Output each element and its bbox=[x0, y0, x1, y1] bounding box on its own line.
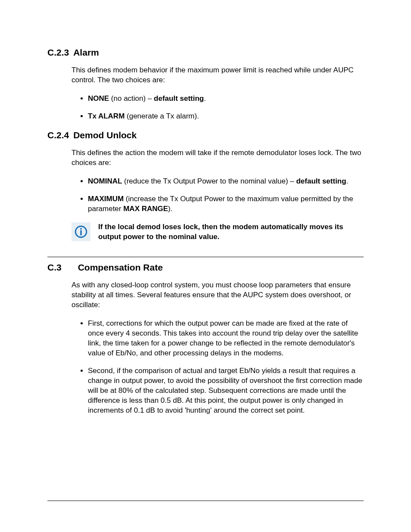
bullet-item: MAXIMUM (increase the Tx Output Power to… bbox=[88, 194, 364, 214]
note-callout: If the local demod loses lock, then the … bbox=[72, 222, 364, 242]
bullet-text: (no action) – bbox=[109, 94, 154, 103]
bullet-text: . bbox=[346, 177, 349, 185]
bullet-item: First, corrections for which the output … bbox=[88, 319, 364, 358]
bullet-text: Second, if the comparison of actual and … bbox=[88, 367, 362, 414]
svg-rect-2 bbox=[80, 230, 81, 236]
bullet-list: NOMINAL (reduce the Tx Output Power to t… bbox=[72, 177, 364, 214]
bullet-strong: MAX RANGE bbox=[123, 205, 168, 213]
heading-c3: C.3 Compensation Rate bbox=[47, 262, 364, 273]
intro-paragraph: This defines modem behavior if the maxim… bbox=[72, 65, 364, 85]
bullet-item: Tx ALARM (generate a Tx alarm). bbox=[88, 112, 364, 121]
bullet-strong: MAXIMUM bbox=[88, 195, 124, 203]
bullet-item: NONE (no action) – default setting. bbox=[88, 94, 364, 104]
document-page: C.2.3 Alarm This defines modem behavior … bbox=[0, 0, 411, 416]
heading-c24: C.2.4 Demod Unlock bbox=[47, 130, 364, 140]
intro-paragraph: As with any closed-loop control system, … bbox=[72, 280, 364, 310]
info-icon bbox=[72, 222, 90, 241]
heading-title: Demod Unlock bbox=[73, 130, 137, 140]
intro-paragraph: This defines the action the modem will t… bbox=[72, 148, 364, 168]
heading-title: Alarm bbox=[73, 47, 99, 58]
bullet-strong: default setting bbox=[296, 177, 346, 185]
bullet-strong: default setting bbox=[154, 94, 204, 103]
svg-point-1 bbox=[80, 228, 82, 230]
bullet-strong: Tx ALARM bbox=[88, 112, 125, 120]
bullet-list: First, corrections for which the output … bbox=[72, 319, 364, 415]
bullet-strong: NOMINAL bbox=[88, 177, 122, 185]
bullet-text: ). bbox=[168, 205, 172, 213]
bullet-item: Second, if the comparison of actual and … bbox=[88, 366, 364, 416]
heading-number: C.3 bbox=[47, 262, 62, 273]
section-body-c24: This defines the action the modem will t… bbox=[72, 148, 364, 243]
bullet-text: (reduce the Tx Output Power to the nomin… bbox=[122, 177, 296, 185]
footer-divider bbox=[47, 501, 364, 501]
section-divider bbox=[47, 257, 364, 257]
heading-c23: C.2.3 Alarm bbox=[47, 47, 364, 58]
bullet-list: NONE (no action) – default setting. Tx A… bbox=[72, 94, 364, 121]
bullet-strong: NONE bbox=[88, 94, 109, 103]
heading-number: C.2.4 bbox=[47, 130, 69, 140]
bullet-text: (generate a Tx alarm). bbox=[125, 112, 199, 120]
heading-number: C.2.3 bbox=[47, 47, 69, 58]
heading-title: Compensation Rate bbox=[78, 262, 163, 273]
bullet-text: First, corrections for which the output … bbox=[88, 319, 358, 357]
section-body-c3: As with any closed-loop control system, … bbox=[72, 280, 364, 415]
note-text: If the local demod loses lock, then the … bbox=[98, 222, 364, 242]
bullet-item: NOMINAL (reduce the Tx Output Power to t… bbox=[88, 177, 364, 187]
section-body-c23: This defines modem behavior if the maxim… bbox=[72, 65, 364, 121]
bullet-text: . bbox=[204, 94, 206, 103]
